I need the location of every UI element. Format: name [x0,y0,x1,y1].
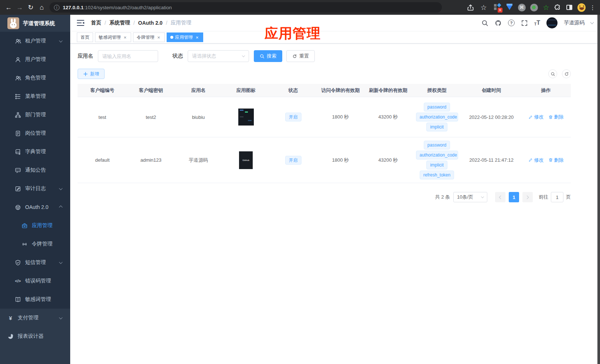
sidebar-item-notice[interactable]: 通知公告 [0,161,70,179]
search-icon [550,72,555,76]
tab-application[interactable]: 应用管理× [167,32,203,42]
window-edge-scrollbar[interactable] [597,15,600,364]
chevron-up-icon [59,205,63,209]
breadcrumb-home[interactable]: 首页 [91,20,101,26]
github-icon[interactable] [495,20,502,27]
chevron-down-icon [59,186,63,190]
sidebar-item-oauth-token[interactable]: 令牌管理 [0,235,70,253]
user-icon [15,56,21,63]
search-icon[interactable] [481,20,488,27]
address-bar[interactable]: i 127.0.0.1:1024/system/oauth2/oauth2/ap… [50,2,442,13]
shield-check-icon [15,260,21,266]
status-select[interactable]: 请选择状态 [188,50,249,62]
tab-label: 敏感词管理 [99,34,121,41]
help-icon[interactable]: ? [508,20,515,26]
page-size-select[interactable]: 10条/页 [453,192,487,202]
split-view-icon[interactable] [565,3,573,11]
sidebar-item-payment[interactable]: ¥ 支付管理 [0,309,70,327]
user-avatar[interactable] [546,17,558,28]
back-icon[interactable]: ← [3,2,14,13]
profile-avatar-icon[interactable] [577,3,586,11]
sidebar-item-sms[interactable]: 短信管理 [0,253,70,272]
sidebar-item-label: 角色管理 [25,75,46,81]
grant-tag: implicit [426,161,447,169]
dictionary-icon [15,149,21,155]
sidebar-item-dict[interactable]: 字典管理 [0,142,70,161]
info-icon[interactable]: i [54,5,59,10]
hide-search-button[interactable] [548,69,557,78]
gem-extension-icon[interactable] [505,3,514,11]
sidebar-item-report-designer[interactable]: 报表设计器 [0,327,70,346]
next-page-button[interactable] [522,192,533,202]
sidebar-item-post[interactable]: 岗位管理 [0,124,70,142]
page-number-1[interactable]: 1 [509,192,519,202]
sidebar-item-tenant[interactable]: 租户管理 [0,32,70,50]
sidebar-item-oauth[interactable]: OAuth 2.0 [0,198,70,216]
close-icon[interactable]: × [195,35,200,40]
client-secret-cell: test2 [127,114,175,120]
table-row: default admin123 芋道源码 GitHub 开启 1800 秒 4… [78,137,571,183]
delete-button[interactable]: 删除 [548,157,564,164]
edit-button[interactable]: 修改 [528,157,544,164]
bookmark-star-icon[interactable]: ☆ [478,2,489,13]
trash-icon [548,158,553,162]
chevron-down-icon[interactable] [590,20,594,24]
sidebar-item-user[interactable]: 用户管理 [0,50,70,69]
prev-page-button[interactable] [495,192,505,202]
home-icon[interactable]: ⌂ [36,2,47,13]
grant-tag: refresh_token [420,171,454,179]
fullscreen-icon[interactable] [521,20,528,27]
close-icon[interactable]: × [123,35,127,40]
refresh-table-button[interactable] [562,69,571,78]
command-extension-icon[interactable]: ⌘ [518,3,526,11]
app-name-field[interactable] [102,54,154,59]
app-name-input[interactable] [98,50,158,62]
sidebar-item-dept[interactable]: 部门管理 [0,106,70,124]
tab-sensitive-word[interactable]: 敏感词管理× [95,32,131,42]
access-token-ttl-cell: 1800 秒 [317,114,364,120]
sidebar-item-sensitive-word[interactable]: 敏感词管理 [0,290,70,309]
forward-icon[interactable]: → [14,2,25,13]
app-title: 芋道管理系统 [23,20,55,27]
reload-icon[interactable]: ↻ [25,2,36,13]
collapse-sidebar-icon[interactable] [77,20,84,26]
tab-home[interactable]: 首页 [77,32,93,42]
recorder-extension-icon[interactable] [530,3,538,11]
star-extension-icon[interactable]: ☆ [542,3,550,11]
app-logo[interactable]: 芋道管理系统 [0,15,70,32]
user-name[interactable]: 芋道源码 [564,20,584,26]
access-token-ttl-cell: 1800 秒 [317,157,364,164]
close-icon[interactable]: × [156,35,161,40]
grid-extension-icon[interactable]: 9 [493,3,501,11]
sidebar-item-menu[interactable]: 菜单管理 [0,87,70,106]
search-button[interactable]: 搜索 [254,50,282,62]
breadcrumb-system[interactable]: 系统管理 [109,20,130,26]
breadcrumb-oauth[interactable]: OAuth 2.0 [138,20,163,26]
breadcrumb: 首页 / 系统管理 / OAuth 2.0 / 应用管理 [91,20,191,26]
page-unit-label: 页 [566,194,571,200]
sidebar-item-error-code[interactable]: </> 错误码管理 [0,272,70,290]
share-icon[interactable] [467,4,474,11]
chevron-down-icon [481,195,484,198]
reset-button[interactable]: 重置 [286,50,315,62]
chevron-down-icon [59,316,63,319]
delete-button[interactable]: 删除 [548,114,564,120]
grant-tag: authorization_code [416,151,458,159]
sidebar-item-role[interactable]: 角色管理 [0,69,70,87]
font-size-icon[interactable]: TT [534,20,540,26]
sidebar-item-label: 岗位管理 [25,130,46,137]
tab-token[interactable]: 令牌管理× [133,32,165,42]
add-button[interactable]: 新增 [78,69,105,79]
column-header: 客户端编号 [78,87,127,94]
browser-menu-icon[interactable]: ⋮ [590,4,596,11]
grant-tag: implicit [426,123,447,131]
goto-page-input[interactable] [551,192,563,202]
edit-button[interactable]: 修改 [528,114,544,120]
status-label: 状态 [173,53,183,59]
page-size-value: 10条/页 [457,194,473,200]
breadcrumb-separator: / [105,20,106,26]
sidebar-item-oauth-application[interactable]: 应用管理 [0,216,70,235]
puzzle-extensions-icon[interactable] [554,4,561,11]
sidebar-item-audit-log[interactable]: 审计日志 [0,179,70,198]
total-count: 共 2 条 [435,194,450,200]
